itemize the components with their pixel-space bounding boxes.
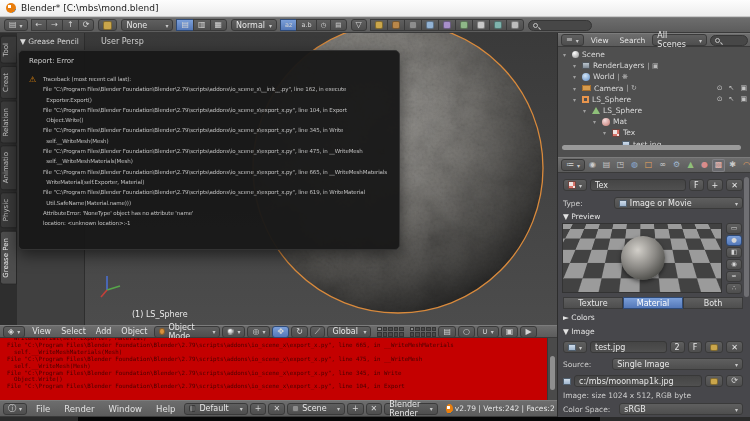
display-long-list-button[interactable]: ▥ — [193, 19, 211, 31]
layer-cell[interactable] — [415, 332, 420, 337]
tab-particles[interactable]: ✱ — [726, 159, 739, 172]
image-users-button[interactable]: 2 — [670, 341, 685, 353]
expander-icon[interactable]: ▾ — [603, 129, 609, 136]
layer-cell[interactable] — [399, 332, 404, 337]
layer-cell[interactable] — [415, 327, 420, 332]
filter-movie-icon[interactable] — [438, 19, 456, 31]
expander-icon[interactable]: ▾ — [583, 107, 589, 114]
expander-icon[interactable]: ▾ — [563, 51, 569, 58]
menu-item[interactable]: View — [27, 327, 56, 336]
layer-cell[interactable] — [388, 327, 393, 332]
layer-cell[interactable] — [377, 332, 382, 337]
grease-pencil-panel-header[interactable]: ▼ Grease Pencil — [20, 37, 79, 46]
menu-item[interactable]: Add — [91, 327, 117, 336]
proportional-edit-button[interactable]: ○ — [458, 326, 475, 338]
unlink-image-button[interactable]: ✕ — [726, 341, 743, 353]
menu-item[interactable]: Select — [56, 327, 91, 336]
info-log-console[interactable]: WriteMaterial(self.Exporter, Material)Fi… — [0, 338, 557, 400]
display-thumbnails-button[interactable]: ▦ — [210, 19, 228, 31]
pivot-point-dropdown[interactable]: ◎▾ — [247, 326, 270, 338]
add-layout-button[interactable]: + — [250, 403, 267, 415]
preview-panel-header[interactable]: ▼ Preview — [563, 212, 743, 221]
screen-layout-dropdown[interactable]: Default▾ — [184, 403, 247, 415]
layer-cell[interactable] — [432, 332, 437, 337]
filepath-field[interactable]: c:/mbs/moonmap1k.jpg — [574, 375, 702, 387]
editor-type-button[interactable]: ≡▾ — [561, 34, 584, 46]
tab-modifiers[interactable]: ⚙ — [670, 159, 683, 172]
preview-flat-button[interactable]: ▭ — [726, 223, 742, 234]
transform-orientation-dropdown[interactable]: Global▾ — [327, 326, 371, 338]
preview-sphere-button[interactable]: ● — [726, 235, 742, 246]
tab-object[interactable]: □ — [642, 159, 655, 172]
tab-material[interactable]: ● — [698, 159, 711, 172]
outliner-row[interactable]: ▾ Scene ⊙↖▣ — [560, 49, 747, 60]
editor-type-button[interactable]: ⓘ▾ — [3, 403, 27, 415]
layer-cell[interactable] — [421, 332, 426, 337]
outliner-row[interactable]: ▾ RenderLayers | ▣ ⊙↖▣ — [560, 60, 747, 71]
layer-grid-2[interactable] — [410, 327, 437, 337]
browse-file-button[interactable] — [705, 375, 723, 387]
menu-item[interactable]: Help — [149, 404, 182, 414]
filter-funnel-button[interactable]: ▽ — [351, 19, 367, 31]
menu-item[interactable]: Render — [57, 404, 101, 414]
file-search-input[interactable] — [528, 20, 592, 31]
add-scene-button[interactable]: + — [347, 403, 364, 415]
layer-cell[interactable] — [410, 332, 415, 337]
fake-user-button[interactable]: F — [689, 179, 704, 191]
filter-text-icon[interactable] — [506, 19, 524, 31]
expander-icon[interactable]: ▾ — [573, 62, 579, 69]
sort-time-button[interactable]: ◷ — [316, 19, 332, 31]
file-sort-dropdown[interactable]: Normal▾ — [231, 19, 277, 31]
layer-cell[interactable] — [426, 332, 431, 337]
layer-grid[interactable] — [377, 327, 404, 337]
image-source-dropdown[interactable]: Single Image▾ — [612, 358, 743, 370]
tab-constraints[interactable]: ∞ — [656, 159, 669, 172]
tab-render-layers[interactable]: ▤ — [600, 159, 613, 172]
outliner-row[interactable]: ▾ World | ❋ ⊙↖▣ — [560, 71, 747, 82]
outliner-row[interactable]: ▾ Mat ⊙↖▣ — [560, 116, 747, 127]
delete-scene-button[interactable]: ✕ — [366, 403, 383, 415]
filter-font-icon[interactable] — [472, 19, 490, 31]
preview-particles-button[interactable]: ∴ — [726, 283, 742, 294]
tool-shelf-tab[interactable]: Physic — [0, 192, 17, 228]
image-name-field[interactable]: test.jpg — [590, 341, 667, 353]
preview-lines-button[interactable]: ≈ — [726, 271, 742, 282]
layer-cell[interactable] — [394, 332, 399, 337]
expander-icon[interactable]: ▾ — [573, 85, 579, 92]
menu-item[interactable]: Search — [616, 36, 650, 45]
console-scrollbar-track[interactable] — [547, 338, 557, 400]
forward-button[interactable]: → — [46, 19, 63, 31]
snap-element-dropdown[interactable]: ∪▾ — [477, 326, 499, 338]
menu-item[interactable]: File — [29, 404, 57, 414]
filter-folders-icon[interactable] — [370, 19, 388, 31]
layer-cell[interactable] — [394, 327, 399, 332]
filter-image-icon[interactable] — [421, 19, 439, 31]
layer-cell[interactable] — [432, 327, 437, 332]
tool-shelf-tab[interactable]: Grease Pen — [0, 231, 17, 285]
tab-scene[interactable]: ◳ — [614, 159, 627, 172]
console-scrollbar[interactable] — [550, 356, 555, 390]
outliner-row[interactable]: ▾ LS_Sphere ⊙↖▣ — [560, 94, 747, 105]
expander-icon[interactable]: ▾ — [573, 73, 579, 80]
render-engine-dropdown[interactable]: Blender Render▾ — [384, 403, 438, 415]
filter-blend-icon[interactable] — [387, 19, 405, 31]
texture-type-dropdown[interactable]: Image or Movie▾ — [614, 197, 743, 209]
outliner-row[interactable]: ▾ Camera | ↻ ⊙↖▣ — [560, 83, 747, 94]
back-button[interactable]: ← — [31, 19, 48, 31]
scene-dropdown[interactable]: Scene▾ — [287, 403, 345, 415]
restriction-toggles[interactable]: ⊙↖▣ — [717, 95, 747, 103]
layer-cell[interactable] — [377, 327, 382, 332]
colors-panel-header[interactable]: ► Colors — [563, 313, 743, 322]
restriction-toggles[interactable]: ⊙↖▣ — [717, 84, 747, 92]
preview-mode-button[interactable]: Texture — [563, 297, 623, 309]
preview-cube-button[interactable]: ◧ — [726, 247, 742, 258]
viewport-shading-dropdown[interactable]: ▾ — [222, 326, 245, 338]
delete-layout-button[interactable]: ✕ — [268, 403, 285, 415]
preview-monkey-button[interactable]: ◉ — [726, 259, 742, 270]
open-image-button[interactable] — [705, 341, 723, 353]
sort-size-button[interactable]: ▤ — [330, 19, 346, 31]
layer-cell[interactable] — [388, 332, 393, 337]
layer-cell[interactable] — [383, 332, 388, 337]
colorspace-dropdown[interactable]: sRGB▾ — [619, 403, 743, 415]
outliner-row[interactable]: ▾ LS_Sphere ⊙↖▣ — [560, 105, 747, 116]
